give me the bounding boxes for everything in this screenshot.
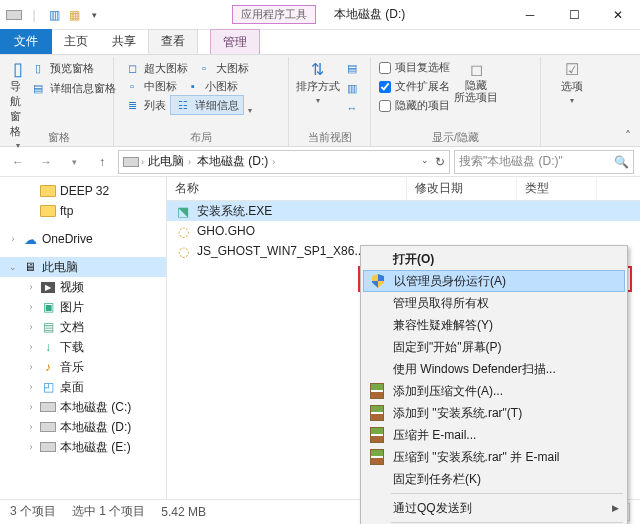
rar-icon [369, 449, 385, 465]
hidden-items-toggle[interactable]: 隐藏的项目 [377, 97, 452, 114]
item-checkboxes-toggle[interactable]: 项目复选框 [377, 59, 452, 76]
layout-large[interactable]: ▫大图标 [192, 59, 253, 77]
onedrive-icon [22, 231, 38, 247]
medium-icon: ▫ [124, 78, 140, 94]
sort-icon: ⇅ [310, 61, 326, 77]
nav-desktop[interactable]: ›桌面 [0, 377, 166, 397]
file-row[interactable]: 安装系统.EXE [167, 201, 640, 221]
nav-videos[interactable]: ›视频 [0, 277, 166, 297]
menu-defender-scan[interactable]: 使用 Windows Defender扫描... [363, 358, 625, 380]
status-selected-count: 选中 1 个项目 [72, 503, 145, 520]
tab-view[interactable]: 查看 [148, 29, 198, 54]
back-button[interactable]: ← [6, 150, 30, 174]
new-folder-icon[interactable]: ▦ [66, 7, 82, 23]
nav-music[interactable]: ›音乐 [0, 357, 166, 377]
rar-icon [369, 427, 385, 443]
drive-icon [40, 439, 56, 455]
address-bar: ← → ▾ ↑ › 此电脑› 本地磁盘 (D:)› ⌄ ↻ 搜索"本地磁盘 (D… [0, 147, 640, 177]
extra-large-icon: ◻ [124, 60, 140, 76]
menu-separator [391, 522, 623, 523]
nav-folder-ftp[interactable]: ftp [0, 201, 166, 221]
list-icon: ≣ [124, 97, 140, 113]
menu-pin-taskbar[interactable]: 固定到任务栏(K) [363, 468, 625, 490]
menu-troubleshoot[interactable]: 兼容性疑难解答(Y) [363, 314, 625, 336]
menu-pin-start[interactable]: 固定到"开始"屏幕(P) [363, 336, 625, 358]
ribbon-group-current-view: ⇅ 排序方式 ▾ ▤ ▥ ↔ 当前视图 [289, 57, 371, 146]
collapse-ribbon-button[interactable]: ˄ [620, 128, 636, 144]
tab-share[interactable]: 共享 [100, 29, 148, 54]
layout-medium[interactable]: ▫中图标 [120, 77, 181, 95]
file-extensions-toggle[interactable]: 文件扩展名 [377, 78, 452, 95]
layout-details[interactable]: ☷详细信息 [170, 95, 244, 115]
tab-home[interactable]: 主页 [52, 29, 100, 54]
breadcrumb[interactable]: › 此电脑› 本地磁盘 (D:)› ⌄ ↻ [118, 150, 450, 174]
maximize-button[interactable]: ☐ [552, 0, 596, 30]
details-pane-button[interactable]: ▤详细信息窗格 [26, 79, 120, 97]
add-columns-button[interactable]: ▥ [340, 79, 364, 97]
preview-pane-button[interactable]: ▯预览窗格 [26, 59, 120, 77]
menu-run-as-admin[interactable]: 以管理员身份运行(A) [363, 270, 625, 292]
nav-drive-e[interactable]: ›本地磁盘 (E:) [0, 437, 166, 457]
tab-manage[interactable]: 管理 [210, 29, 260, 54]
layout-extra-large[interactable]: ◻超大图标 [120, 59, 192, 77]
contextual-tools-label: 应用程序工具 [232, 5, 316, 24]
menu-open[interactable]: 打开(O) [363, 248, 625, 270]
submenu-arrow-icon: ▶ [612, 503, 619, 513]
column-name[interactable]: 名称 [167, 177, 407, 200]
column-headers: 名称 修改日期 类型 [167, 177, 640, 201]
nav-folder-deep32[interactable]: DEEP 32 [0, 181, 166, 201]
nav-drive-d[interactable]: ›本地磁盘 (D:) [0, 417, 166, 437]
search-input[interactable]: 搜索"本地磁盘 (D:)" 🔍 [454, 150, 634, 174]
column-date[interactable]: 修改日期 [407, 177, 517, 200]
refresh-button[interactable]: ↻ [435, 155, 445, 169]
history-dropdown[interactable]: ▾ [62, 150, 86, 174]
menu-compress-email[interactable]: 压缩并 E-mail... [363, 424, 625, 446]
details-icon: ☷ [175, 97, 191, 113]
size-columns-button[interactable]: ↔ [340, 99, 364, 117]
nav-pictures[interactable]: ›图片 [0, 297, 166, 317]
group-by-icon: ▤ [344, 60, 360, 76]
small-icon: ▪ [185, 78, 201, 94]
file-row[interactable]: GHO.GHO [167, 221, 640, 241]
status-selected-size: 5.42 MB [161, 505, 206, 519]
ribbon-group-options: ☑ 选项 ▾ [541, 57, 587, 146]
sort-button[interactable]: ⇅ 排序方式 ▾ [295, 57, 340, 117]
hide-icon: ◻ [468, 61, 484, 77]
nav-this-pc[interactable]: ⌄此电脑 [0, 257, 166, 277]
close-button[interactable]: ✕ [596, 0, 640, 30]
nav-downloads[interactable]: ›下载 [0, 337, 166, 357]
menu-compress-rar-email[interactable]: 压缩到 "安装系统.rar" 并 E-mail [363, 446, 625, 468]
nav-onedrive[interactable]: ›OneDrive [0, 229, 166, 249]
drive-icon [123, 154, 139, 170]
music-icon [40, 359, 56, 375]
group-by-button[interactable]: ▤ [340, 59, 364, 77]
menu-admin-ownership[interactable]: 管理员取得所有权 [363, 292, 625, 314]
ribbon-group-layout: ◻超大图标 ▫大图标 ▫中图标 ▪小图标 ≣列表 ☷详细信息 ▾ 布局 [114, 57, 289, 146]
hide-selected-button[interactable]: ◻ 隐藏 所选项目 [452, 57, 500, 114]
nav-drive-c[interactable]: ›本地磁盘 (C:) [0, 397, 166, 417]
menu-add-to-archive[interactable]: 添加到压缩文件(A)... [363, 380, 625, 402]
pictures-icon [40, 299, 56, 315]
menu-qq-send[interactable]: 通过QQ发送到▶ [363, 497, 625, 519]
large-icon: ▫ [196, 60, 212, 76]
breadcrumb-pc: 此电脑› [146, 153, 193, 170]
tab-file[interactable]: 文件 [0, 29, 52, 54]
column-type[interactable]: 类型 [517, 177, 597, 200]
layout-more-icon[interactable]: ▾ [248, 106, 252, 115]
folder-icon [40, 183, 56, 199]
menu-add-to-rar[interactable]: 添加到 "安装系统.rar"(T) [363, 402, 625, 424]
history-dropdown-icon[interactable]: ⌄ [421, 155, 429, 169]
forward-button[interactable]: → [34, 150, 58, 174]
menu-separator [391, 493, 623, 494]
qat-dropdown-icon[interactable]: ▾ [86, 7, 102, 23]
nav-documents[interactable]: ›文档 [0, 317, 166, 337]
layout-list[interactable]: ≣列表 [120, 95, 170, 115]
minimize-button[interactable]: ─ [508, 0, 552, 30]
up-button[interactable]: ↑ [90, 150, 114, 174]
ribbon-group-panes: ▯ 导航窗格 ▾ ▯预览窗格 ▤详细信息窗格 窗格 [4, 57, 114, 146]
properties-icon[interactable]: ▥ [46, 7, 62, 23]
exe-icon [175, 203, 191, 219]
options-button[interactable]: ☑ 选项 ▾ [547, 57, 597, 105]
layout-small[interactable]: ▪小图标 [181, 77, 242, 95]
drive-icon [6, 7, 22, 23]
